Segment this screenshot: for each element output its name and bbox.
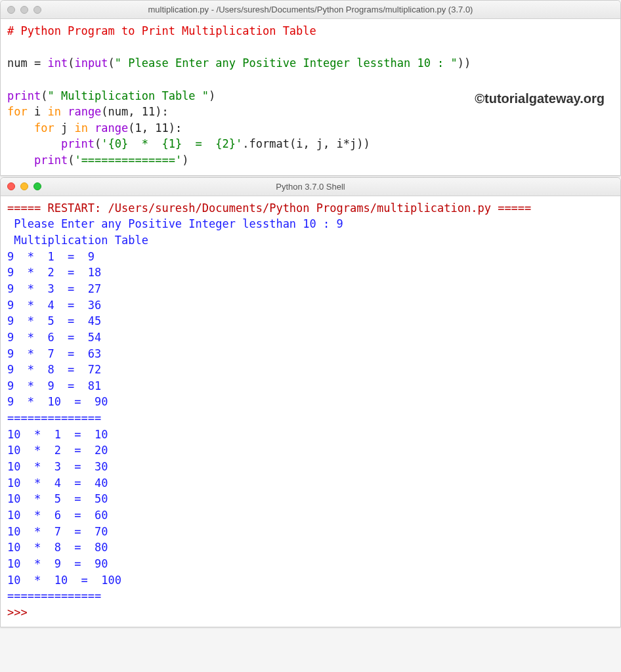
output-heading: Multiplication Table — [7, 234, 155, 247]
editor-window: multiplication.py - /Users/suresh/Docume… — [0, 0, 621, 176]
minimize-icon[interactable] — [20, 182, 28, 190]
input-prompt-line: Please Enter any Positive Integer lessth… — [7, 217, 343, 230]
shell-window: Python 3.7.0 Shell ===== RESTART: /Users… — [0, 177, 621, 628]
close-icon[interactable] — [7, 6, 15, 14]
shell-prompt: >>> — [7, 606, 34, 619]
code-comment: # Python Program to Print Multiplication… — [7, 24, 316, 37]
shell-output[interactable]: ===== RESTART: /Users/suresh/Documents/P… — [1, 196, 620, 627]
close-icon[interactable] — [7, 182, 15, 190]
traffic-lights — [7, 182, 41, 190]
editor-title: multiplication.py - /Users/suresh/Docume… — [1, 5, 620, 14]
restart-banner: ===== RESTART: /Users/suresh/Documents/P… — [7, 201, 531, 215]
output-rows: 9 * 1 = 9 9 * 2 = 18 9 * 3 = 27 9 * 4 = … — [7, 250, 121, 602]
maximize-icon[interactable] — [33, 6, 41, 14]
maximize-icon[interactable] — [33, 182, 41, 190]
minimize-icon[interactable] — [20, 6, 28, 14]
watermark: ©tutorialgateway.org — [475, 91, 605, 106]
shell-titlebar: Python 3.7.0 Shell — [1, 178, 620, 196]
shell-title: Python 3.7.0 Shell — [1, 182, 620, 192]
traffic-lights — [7, 6, 41, 14]
editor-titlebar: multiplication.py - /Users/suresh/Docume… — [1, 1, 620, 19]
